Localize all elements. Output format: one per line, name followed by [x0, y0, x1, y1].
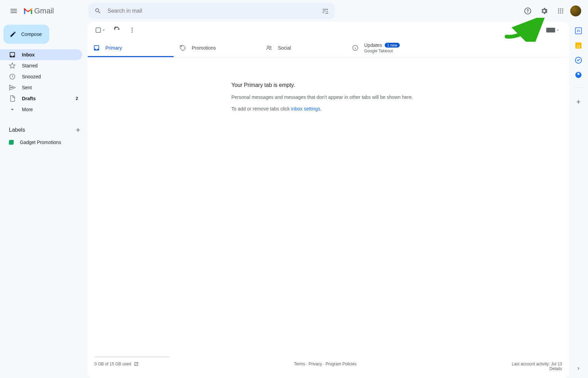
labels-title: Labels: [9, 127, 75, 133]
nav-snoozed[interactable]: Snoozed: [0, 71, 82, 82]
privacy-link[interactable]: Privacy: [309, 362, 322, 366]
storage-text: 0 GB of 15 GB used: [94, 362, 131, 366]
input-tools-button[interactable]: [546, 28, 560, 32]
empty-title: Your Primary tab is empty.: [231, 82, 423, 88]
chevron-down-icon: [9, 106, 16, 113]
main-row: Compose Inbox Starred Snoozed Sent Draft…: [0, 22, 588, 378]
header-actions: [521, 4, 585, 18]
tab-promotions[interactable]: Promotions: [174, 38, 260, 57]
compose-button[interactable]: Compose: [3, 25, 49, 44]
collapse-panel-button[interactable]: [573, 363, 584, 374]
svg-point-4: [560, 10, 561, 11]
file-icon: [9, 95, 16, 102]
details-link[interactable]: Details: [512, 366, 562, 371]
tab-label: Social: [278, 45, 291, 51]
account-avatar[interactable]: [570, 5, 581, 16]
dropdown-caret-icon: [556, 28, 560, 32]
more-vert-icon: [129, 27, 136, 34]
checkbox-icon: [95, 27, 101, 33]
tag-icon: [179, 44, 186, 51]
nav-list: Inbox Starred Snoozed Sent Drafts 2 M: [0, 49, 88, 115]
svg-point-11: [131, 28, 132, 29]
svg-point-0: [558, 9, 559, 10]
search-button[interactable]: [91, 4, 105, 18]
more-button[interactable]: [126, 24, 138, 36]
nav-label: Drafts: [22, 96, 36, 101]
label-gadget-promotions[interactable]: Gadget Promotions: [0, 137, 82, 148]
tune-icon: [322, 8, 329, 14]
refresh-icon: [114, 27, 120, 34]
inbox-icon: [9, 51, 16, 58]
svg-point-3: [558, 10, 559, 11]
empty-hint-suffix: .: [320, 106, 322, 112]
last-activity: Last account activity: Jul 13: [512, 362, 562, 366]
sidebar: Compose Inbox Starred Snoozed Sent Draft…: [0, 22, 88, 378]
nav-inbox[interactable]: Inbox: [0, 49, 82, 60]
main-menu-button[interactable]: [5, 3, 22, 19]
plus-icon[interactable]: [75, 127, 81, 133]
tab-primary[interactable]: Primary: [88, 38, 174, 57]
app-header: Gmail: [0, 0, 588, 22]
nav-drafts[interactable]: Drafts 2: [0, 93, 82, 104]
info-icon: [352, 44, 359, 51]
content-footer: 0 GB of 15 GB used Terms · Privacy · Pro…: [88, 356, 569, 378]
refresh-button[interactable]: [111, 24, 123, 36]
svg-point-5: [562, 10, 563, 11]
nav-label: Sent: [22, 85, 32, 90]
gmail-logo-icon: [23, 7, 33, 15]
inbox-settings-link[interactable]: inbox settings: [291, 106, 320, 112]
calendar-app-icon[interactable]: 31: [575, 27, 582, 34]
contacts-app-icon[interactable]: [575, 72, 581, 78]
tab-updates[interactable]: Updates 1 new Google Takeout: [346, 38, 433, 57]
search-options-button[interactable]: [318, 4, 332, 18]
nav-label: Snoozed: [22, 74, 41, 79]
inbox-icon: [93, 44, 100, 51]
keyboard-icon: [546, 28, 555, 32]
select-all-checkbox[interactable]: [93, 25, 108, 35]
search-bar[interactable]: [88, 3, 335, 19]
search-icon: [94, 8, 101, 14]
clock-icon: [9, 73, 16, 80]
tab-label: Updates: [364, 42, 382, 48]
calendar-day: 31: [577, 29, 580, 32]
svg-point-1: [560, 9, 561, 10]
tasks-app-icon[interactable]: [575, 57, 582, 64]
tab-label: Primary: [105, 45, 122, 51]
get-addons-button[interactable]: +: [576, 97, 581, 106]
keep-app-icon[interactable]: [575, 42, 581, 49]
dropdown-caret-icon: [101, 28, 106, 32]
people-icon: [266, 44, 272, 51]
empty-hint: To add or remove tabs click inbox settin…: [231, 106, 423, 112]
nav-label: More: [22, 107, 33, 112]
open-in-new-icon[interactable]: [134, 362, 139, 366]
label-text: Gadget Promotions: [20, 140, 61, 145]
gmail-logo[interactable]: Gmail: [23, 6, 85, 15]
tab-body: Updates 1 new Google Takeout: [364, 42, 400, 53]
pencil-icon: [10, 31, 16, 38]
svg-point-15: [270, 46, 271, 48]
label-color-swatch: [9, 140, 14, 145]
footer-links: Terms · Privacy · Program Policies: [139, 362, 512, 366]
storage-bar: [94, 356, 170, 357]
tab-badge: 1 new: [385, 43, 399, 48]
nav-sent[interactable]: Sent: [0, 82, 82, 93]
storage-info: 0 GB of 15 GB used: [94, 362, 139, 366]
labels-header: Labels: [0, 123, 88, 137]
svg-rect-10: [96, 28, 101, 32]
product-name: Gmail: [34, 6, 54, 15]
send-icon: [9, 84, 16, 91]
settings-button[interactable]: [537, 4, 551, 18]
empty-state: Your Primary tab is empty. Personal mess…: [231, 57, 423, 118]
search-input[interactable]: [105, 8, 318, 14]
nav-more[interactable]: More: [0, 104, 82, 115]
activity-info: Last account activity: Jul 13 Details: [512, 362, 562, 371]
tab-social[interactable]: Social: [260, 38, 346, 57]
apps-button[interactable]: [554, 4, 567, 18]
nav-starred[interactable]: Starred: [0, 60, 82, 71]
svg-point-7: [560, 12, 561, 13]
tab-subtitle: Google Takeout: [364, 49, 400, 53]
terms-link[interactable]: Terms: [294, 362, 305, 366]
empty-hint-prefix: To add or remove tabs click: [231, 106, 291, 112]
support-button[interactable]: [521, 4, 535, 18]
policies-link[interactable]: Program Policies: [325, 362, 357, 366]
